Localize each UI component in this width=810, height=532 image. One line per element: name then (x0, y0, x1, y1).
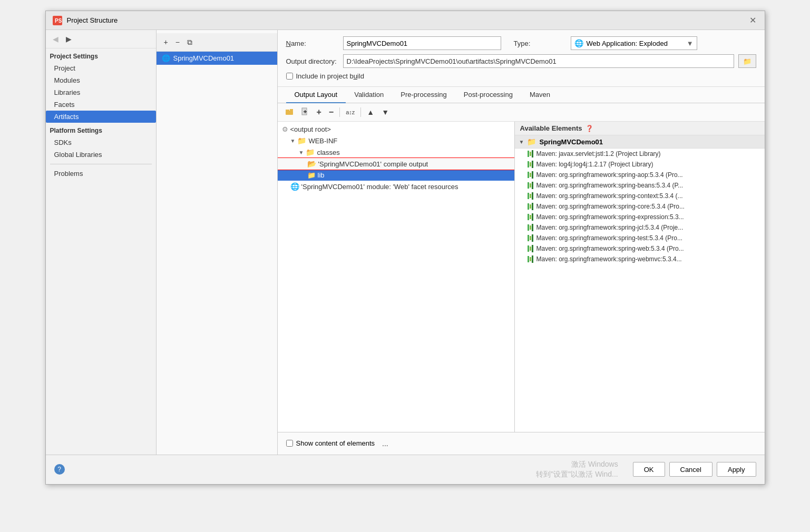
avail-item-log4j[interactable]: Maven: log4j:log4j:1.2.17 (Project Libra… (515, 159, 765, 170)
sidebar-item-artifacts[interactable]: Artifacts (46, 111, 156, 123)
sort-button[interactable]: a↕z (343, 105, 358, 119)
tree-item-label: 'SpringMVCDemo01' compile output (318, 160, 428, 168)
add-file-button[interactable] (298, 105, 313, 119)
avail-item-label: Maven: org.springframework:spring-test:5… (536, 234, 682, 242)
avail-item-label: Maven: org.springframework:spring-web:5.… (536, 245, 684, 252)
toolbar-separator (339, 107, 340, 117)
ok-button[interactable]: OK (633, 462, 665, 477)
tab-output-layout[interactable]: Output Layout (286, 87, 346, 103)
artifact-copy-button[interactable]: ⧉ (184, 35, 196, 49)
sidebar-item-problems[interactable]: Problems (46, 168, 156, 180)
sort-icon: a↕z (346, 109, 355, 115)
tree-item-label: 'SpringMVCDemo01' module: 'Web' facet re… (301, 183, 458, 191)
avail-item-spring-webmvc[interactable]: Maven: org.springframework:spring-webmvc… (515, 254, 765, 264)
artifact-remove-button[interactable]: − (172, 35, 183, 49)
show-content-checkbox[interactable] (286, 440, 293, 447)
remove-icon: − (329, 107, 334, 117)
layout-content: ⚙ <output root> ▼ 📁 WEB-INF ▼ 📁 classes (278, 122, 765, 432)
sidebar-item-modules[interactable]: Modules (46, 74, 156, 86)
tree-item-web-inf[interactable]: ▼ 📁 WEB-INF (278, 135, 514, 146)
tab-maven[interactable]: Maven (521, 87, 559, 103)
collapse-arrow: ▼ (519, 139, 524, 145)
avail-item-label: Maven: org.springframework:spring-aop:5.… (536, 171, 683, 179)
folder-icon-lib: 📁 (307, 171, 316, 179)
forward-button[interactable]: ▶ (63, 33, 74, 45)
type-select-icon: 🌐 (574, 39, 583, 47)
artifact-add-button[interactable]: + (161, 35, 171, 49)
avail-item-spring-context[interactable]: Maven: org.springframework:spring-contex… (515, 191, 765, 201)
maven-icon-spring-test (528, 234, 533, 242)
avail-section-name: SpringMVCDemo01 (539, 138, 603, 146)
output-dir-label-text: Output directory: (286, 57, 337, 65)
sidebar-item-libraries[interactable]: Libraries (46, 86, 156, 98)
close-button[interactable]: ✕ (747, 15, 758, 25)
maven-icon-spring-beans (528, 182, 533, 189)
avail-item-spring-expression[interactable]: Maven: org.springframework:spring-expres… (515, 212, 765, 222)
avail-item-spring-core[interactable]: Maven: org.springframework:spring-core:5… (515, 201, 765, 212)
tab-pre-processing[interactable]: Pre-processing (392, 87, 455, 103)
type-label-text: Type: (514, 40, 531, 47)
tree-panel: ⚙ <output root> ▼ 📁 WEB-INF ▼ 📁 classes (278, 122, 515, 432)
avail-item-label: Maven: org.springframework:spring-jcl:5.… (536, 224, 684, 231)
svg-rect-4 (290, 109, 293, 111)
cancel-button[interactable]: Cancel (669, 462, 713, 477)
sidebar-item-sdks[interactable]: SDKs (46, 136, 156, 149)
expand-arrow: ▼ (299, 150, 304, 155)
add-file-icon (301, 107, 309, 117)
folder-icon: 📁 (297, 136, 306, 145)
type-select[interactable]: 🌐 Web Application: Exploded ▼ (571, 36, 697, 50)
create-dir-icon (285, 107, 294, 117)
expand-arrow: ▼ (290, 138, 296, 144)
title-bar-left: PS Project Structure (52, 15, 118, 26)
sidebar-item-facets[interactable]: Facets (46, 98, 156, 111)
output-dir-input[interactable] (343, 54, 734, 68)
avail-item-label: Maven: org.springframework:spring-core:5… (536, 203, 685, 210)
avail-section-header[interactable]: ▼ 📁 SpringMVCDemo01 (515, 135, 765, 149)
avail-item-spring-jcl[interactable]: Maven: org.springframework:spring-jcl:5.… (515, 222, 765, 233)
move-down-button[interactable]: ▼ (378, 105, 392, 119)
add-button[interactable]: + (314, 105, 325, 119)
tree-item-output-root[interactable]: ⚙ <output root> (278, 124, 514, 135)
browse-icon: 📁 (743, 57, 752, 65)
up-arrow-icon: ▲ (367, 108, 374, 116)
sidebar: ◀ ▶ Project Settings Project Modules Lib… (46, 30, 157, 455)
avail-item-spring-web[interactable]: Maven: org.springframework:spring-web:5.… (515, 243, 765, 254)
sidebar-item-project[interactable]: Project (46, 62, 156, 74)
create-dir-button[interactable] (282, 105, 297, 119)
avail-item-jstl[interactable]: Maven: javax.servlet:jstl:1.2 (Project L… (515, 149, 765, 159)
avail-item-label: Maven: javax.servlet:jstl:1.2 (Project L… (536, 150, 661, 157)
tree-item-label: classes (317, 149, 339, 156)
more-options-button[interactable]: ... (379, 437, 392, 450)
artifact-list-item[interactable]: 🌐 SpringMVCDemo01 (157, 52, 277, 65)
tree-item-lib[interactable]: 📁 lib (278, 170, 514, 181)
back-button[interactable]: ◀ (50, 33, 61, 45)
name-input[interactable] (343, 36, 501, 50)
tree-item-classes[interactable]: ▼ 📁 classes (278, 146, 514, 158)
layout-toolbar: + − a↕z ▲ ▼ (278, 103, 765, 122)
move-up-button[interactable]: ▲ (364, 105, 377, 119)
avail-item-spring-aop[interactable]: Maven: org.springframework:spring-aop:5.… (515, 170, 765, 180)
tab-post-processing[interactable]: Post-processing (455, 87, 521, 103)
tab-validation[interactable]: Validation (346, 87, 392, 103)
tree-item-compile-output[interactable]: 📂 'SpringMVCDemo01' compile output (278, 158, 514, 170)
output-dir-label: Output directory: (286, 57, 339, 65)
browse-button[interactable]: 📁 (738, 54, 756, 68)
project-settings-header: Project Settings (46, 48, 156, 62)
avail-item-spring-test[interactable]: Maven: org.springframework:spring-test:5… (515, 233, 765, 243)
tree-item-web-resources[interactable]: 🌐 'SpringMVCDemo01' module: 'Web' facet … (278, 181, 514, 192)
apply-button[interactable]: Apply (717, 462, 756, 477)
help-icon[interactable]: ❓ (585, 125, 593, 132)
folder-icon-classes: 📁 (306, 148, 315, 156)
bottom-bar: Show content of elements ... (278, 432, 765, 455)
sidebar-item-global-libraries[interactable]: Global Libraries (46, 149, 156, 161)
maven-icon-jstl (528, 150, 533, 157)
toolbar-separator-2 (360, 107, 361, 117)
svg-rect-3 (286, 111, 293, 115)
help-button[interactable]: ? (54, 464, 65, 475)
remove-button[interactable]: − (326, 105, 337, 119)
main-content: ◀ ▶ Project Settings Project Modules Lib… (46, 30, 765, 455)
include-checkbox-row: Include in project build (286, 72, 756, 80)
avail-item-spring-beans[interactable]: Maven: org.springframework:spring-beans:… (515, 180, 765, 191)
name-label-text: Name: (286, 40, 306, 47)
include-checkbox[interactable] (286, 73, 293, 80)
